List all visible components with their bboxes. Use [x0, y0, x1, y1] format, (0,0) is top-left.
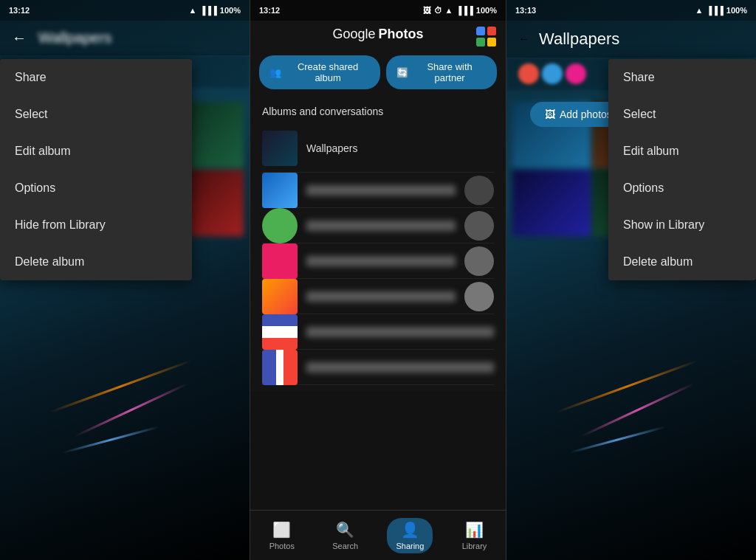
time-left: 13:12 — [9, 6, 30, 15]
right-menu-edit-album[interactable]: Edit album — [608, 133, 756, 170]
avatar-r2 — [542, 63, 563, 84]
app-logo: Google Photos — [332, 27, 423, 42]
album-thumb-3 — [262, 208, 298, 243]
albums-section: Albums and conversations Wallpapers — [250, 97, 506, 391]
nav-library-label: Library — [462, 542, 487, 550]
share-partner-icon: 🔄 — [396, 67, 408, 78]
left-menu-share[interactable]: Share — [0, 59, 192, 96]
album-thumb-wallpapers — [262, 131, 298, 166]
right-dropdown-menu: Share Select Edit album Options Show in … — [608, 59, 756, 280]
right-menu-select[interactable]: Select — [608, 96, 756, 133]
album-thumb-5 — [262, 279, 298, 314]
photos-nav-icon: ⬜ — [272, 521, 291, 539]
share-with-partner-button[interactable]: 🔄 Share with partner — [386, 55, 497, 89]
left-menu-options[interactable]: Options — [0, 170, 192, 207]
dot-blue — [476, 27, 485, 35]
avatar-r1 — [518, 63, 539, 84]
album-item-7[interactable] — [262, 350, 494, 385]
album-item-wallpapers[interactable]: Wallpapers — [262, 125, 494, 173]
library-nav-icon: 📊 — [465, 521, 484, 539]
right-menu-share[interactable]: Share — [608, 59, 756, 96]
wifi-icon-center: ▲ — [445, 6, 453, 15]
create-shared-album-label: Create shared album — [286, 61, 370, 83]
wifi-icon-right: ▲ — [695, 6, 704, 15]
logo-photos-text: Photos — [379, 27, 424, 42]
nav-item-photos[interactable]: ⬜ Photos — [261, 518, 303, 553]
right-album-header: ← Wallpapers — [506, 21, 756, 58]
nav-item-search[interactable]: 🔍 Search — [323, 518, 367, 553]
album-thumb-6 — [262, 314, 298, 350]
left-menu-edit-album[interactable]: Edit album — [0, 133, 192, 170]
left-menu-delete-album[interactable]: Delete album — [0, 243, 192, 280]
back-arrow-icon-left[interactable]: ← — [12, 30, 27, 46]
action-buttons-row: 👥 Create shared album 🔄 Share with partn… — [250, 48, 506, 97]
signal-icon-center: ▐▐▐ — [456, 6, 472, 15]
left-dropdown-menu: Share Select Edit album Options Hide fro… — [0, 59, 192, 280]
share-with-partner-label: Share with partner — [413, 61, 487, 83]
back-arrow-icon-right[interactable]: ← — [518, 32, 530, 46]
dot-green — [476, 38, 485, 46]
album-thumb-2 — [262, 173, 298, 208]
album-item-6[interactable] — [262, 314, 494, 350]
left-menu-select[interactable]: Select — [0, 96, 192, 133]
bottom-nav: ⬜ Photos 🔍 Search 👤 Sharing 📊 Library — [250, 510, 506, 560]
app-header: Google Photos — [250, 21, 506, 48]
battery-left: 100% — [220, 6, 241, 15]
right-album-title: Wallpapers — [539, 30, 619, 49]
album-thumb-7 — [262, 350, 298, 385]
left-panel: 13:12 ▲ ▐▐▐ 100% ← Wallpapers + Add phot… — [0, 0, 250, 560]
right-menu-delete-album[interactable]: Delete album — [608, 243, 756, 280]
left-menu-hide-from-library[interactable]: Hide from Library — [0, 207, 192, 243]
avatar-r3 — [566, 63, 586, 84]
center-panel: 13:12 🖼 ⏱ ▲ ▐▐▐ 100% Google Photos — [250, 0, 506, 560]
right-menu-options[interactable]: Options — [608, 170, 756, 207]
album-item-3[interactable] — [262, 208, 494, 243]
signal-icon: ▐▐▐ — [199, 6, 216, 15]
photos-icon-status: 🖼 — [423, 6, 431, 15]
search-nav-icon: 🔍 — [336, 521, 354, 539]
album-item-5[interactable] — [262, 279, 494, 314]
add-photos-label: Add photos — [560, 108, 612, 120]
time-right: 13:13 — [515, 6, 536, 15]
wifi-icon: ▲ — [189, 6, 197, 15]
time-center: 13:12 — [259, 6, 280, 15]
battery-center: 100% — [476, 6, 497, 15]
status-bar-left: 13:12 ▲ ▐▐▐ 100% — [0, 0, 250, 21]
shared-album-icon: 👥 — [269, 67, 281, 78]
album-item-4[interactable] — [262, 243, 494, 279]
nav-search-label: Search — [332, 542, 358, 550]
nav-sharing-label: Sharing — [396, 542, 424, 550]
logo-google-text: Google — [332, 27, 375, 42]
nav-item-sharing[interactable]: 👤 Sharing — [387, 518, 433, 553]
create-shared-album-button[interactable]: 👥 Create shared album — [259, 55, 380, 89]
dot-yellow — [487, 38, 496, 46]
status-bar-center: 13:12 🖼 ⏱ ▲ ▐▐▐ 100% — [250, 0, 506, 21]
album-name-wallpapers: Wallpapers — [306, 142, 358, 154]
left-album-title: Wallpapers — [35, 30, 114, 46]
nav-photos-label: Photos — [269, 542, 295, 550]
left-album-header: ← Wallpapers — [0, 21, 250, 55]
albums-section-title: Albums and conversations — [262, 106, 494, 117]
clock-icon-status: ⏱ — [434, 6, 442, 15]
battery-right: 100% — [726, 6, 747, 15]
add-photos-icon: 🖼 — [545, 108, 555, 120]
album-item-2[interactable] — [262, 173, 494, 208]
right-panel: 13:13 ▲ ▐▐▐ 100% ← Wallpapers 🖼 Add phot… — [506, 0, 756, 560]
nav-item-library[interactable]: 📊 Library — [453, 518, 496, 553]
dot-red — [487, 27, 496, 35]
google-logo-dots — [476, 27, 497, 47]
sharing-nav-icon: 👤 — [401, 521, 419, 539]
album-thumb-4 — [262, 243, 298, 279]
right-menu-show-in-library[interactable]: Show in Library — [608, 207, 756, 243]
status-bar-right: 13:13 ▲ ▐▐▐ 100% — [506, 0, 756, 21]
signal-icon-right: ▐▐▐ — [706, 6, 723, 15]
